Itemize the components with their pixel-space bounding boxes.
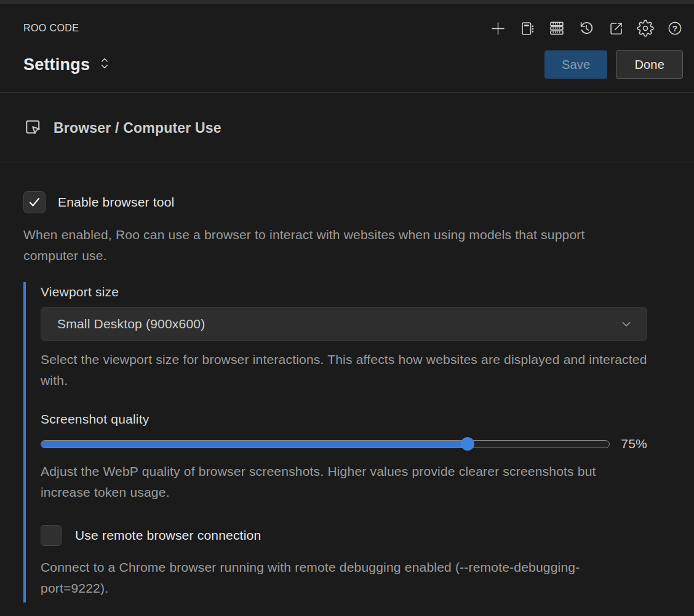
titlebar: ROO CODE [0,5,694,41]
viewport-size-description: Select the viewport size for browser int… [41,349,647,391]
remote-browser-row[interactable]: Use remote browser connection [41,525,647,546]
screenshot-quality-slider[interactable] [41,440,610,448]
enable-browser-tool-label: Enable browser tool [58,195,174,210]
help-icon[interactable]: ? [663,18,687,39]
slider-track [41,440,610,448]
prompts-icon[interactable] [516,18,539,39]
viewport-size-select[interactable]: Small Desktop (900x600) [41,307,647,341]
mcp-servers-icon[interactable] [545,18,568,39]
section-header: Browser / Computer Use [0,93,694,163]
remote-browser-description: Connect to a Chrome browser running with… [41,557,602,599]
settings-content: Enable browser tool When enabled, Roo ca… [0,163,694,602]
screenshot-quality-description: Adjust the WebP quality of browser scree… [41,461,647,503]
viewport-size-value: Small Desktop (900x600) [57,317,205,331]
slider-fill [41,441,468,448]
enable-browser-tool-description: When enabled, Roo can use a browser to i… [23,224,614,266]
chevron-down-icon [620,317,633,331]
screenshot-quality-slider-row: 75% [41,436,647,451]
titlebar-icons: ? [486,18,687,39]
checkmark-icon [27,195,42,210]
remote-browser-label: Use remote browser connection [75,528,261,543]
chevron-up-down-icon[interactable] [98,55,111,74]
remote-browser-checkbox[interactable] [41,525,62,546]
browser-settings-group: Viewport size Small Desktop (900x600) Se… [23,282,647,602]
browser-computer-use-icon [23,117,42,139]
app-title: ROO CODE [23,23,79,34]
panel-top-edge [0,0,694,5]
done-button[interactable]: Done [616,50,683,79]
open-in-editor-icon[interactable] [604,18,628,39]
settings-gear-icon[interactable] [634,18,657,39]
settings-header-row: Settings Save Done [0,41,694,93]
screenshot-quality-label: Screenshot quality [41,412,647,427]
enable-browser-tool-row[interactable]: Enable browser tool [23,191,671,213]
slider-thumb[interactable] [461,437,474,451]
svg-text:?: ? [672,24,677,33]
screenshot-quality-value: 75% [621,436,647,451]
section-title: Browser / Computer Use [54,120,221,136]
save-button[interactable]: Save [544,50,607,79]
viewport-size-label: Viewport size [41,285,647,299]
page-title: Settings [23,55,90,74]
enable-browser-tool-checkbox[interactable] [23,191,46,213]
history-icon[interactable] [575,18,598,39]
plus-icon[interactable] [486,18,509,39]
